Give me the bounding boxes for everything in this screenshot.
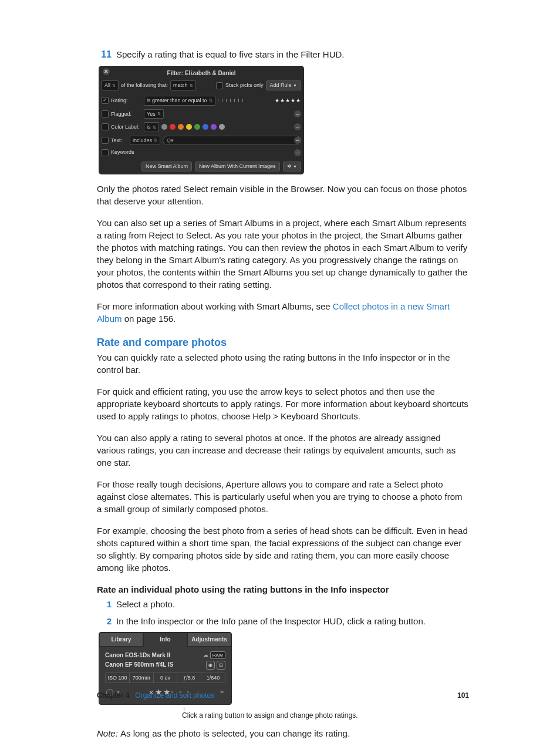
- flagged-rule-row: Flagged: Yes⇅ −: [102, 107, 301, 121]
- close-icon[interactable]: ✕: [103, 68, 110, 75]
- keywords-rule-row: Keywords −: [102, 147, 301, 158]
- rating-label: Rating:: [111, 97, 141, 105]
- hud-title: ✕ Filter: Elizabeth & Daniel: [102, 68, 301, 80]
- inspector-tabs: Library Info Adjustments: [99, 633, 231, 647]
- body-paragraph: For quick and efficient rating, you use …: [97, 385, 469, 422]
- color-dot-green[interactable]: [194, 124, 200, 130]
- rating-ticks: [218, 97, 247, 105]
- color-dot-blue[interactable]: [203, 124, 208, 130]
- callout-text: Click a rating button to assign and chan…: [182, 707, 469, 720]
- section-heading: Rate and compare photos: [97, 335, 469, 350]
- color-dot-orange[interactable]: [178, 124, 184, 130]
- body-paragraph: For those really tough decisions, Apertu…: [97, 478, 469, 515]
- flagged-checkbox[interactable]: [102, 110, 109, 117]
- hud-top-row: All⇅ of the following that: match⇅ Stack…: [102, 80, 301, 90]
- text-label: Text:: [111, 137, 127, 144]
- note-label: Note:: [97, 728, 120, 738]
- step-number: 11: [97, 48, 116, 61]
- rating-operator-select[interactable]: is greater than or equal to⇅: [144, 96, 215, 106]
- exif-shutter: 1/640: [201, 673, 225, 683]
- hud-of-label: of the following that:: [121, 82, 168, 89]
- footer-page-number: 101: [457, 691, 469, 701]
- colorlabel-checkbox[interactable]: [102, 123, 109, 130]
- colorlabel-label: Color Label:: [111, 123, 141, 131]
- audio-icon[interactable]: ⊟: [217, 661, 225, 670]
- subheading: Rate an individual photo using the ratin…: [97, 583, 469, 596]
- color-dot-red[interactable]: [170, 124, 176, 130]
- tab-adjustments[interactable]: Adjustments: [187, 633, 231, 647]
- remove-keywords-rule-icon[interactable]: −: [294, 149, 301, 156]
- new-smart-album-button[interactable]: New Smart Album: [141, 162, 192, 172]
- stack-picks-checkbox[interactable]: [216, 82, 223, 89]
- filter-hud: ✕ Filter: Elizabeth & Daniel All⇅ of the…: [99, 66, 304, 174]
- page-footer: Chapter 4 Organize and sort photos 101: [97, 691, 469, 701]
- step-text: In the Info inspector or the Info pane o…: [116, 615, 469, 627]
- step-1: 1 Select a photo.: [97, 598, 469, 610]
- tab-library[interactable]: Library: [99, 633, 143, 647]
- keywords-label: Keywords: [111, 149, 141, 156]
- raw-badge: RAW: [210, 651, 225, 659]
- body-paragraph: For example, choosing the best photo fro…: [97, 525, 469, 574]
- rating-rule-row: Rating: is greater than or equal to⇅ ★★★…: [102, 94, 301, 107]
- cloud-icon: ☁: [203, 651, 208, 659]
- footer-chapter: Chapter 4: [97, 691, 129, 701]
- body-paragraph: For more information about working with …: [97, 300, 469, 325]
- remove-flagged-rule-icon[interactable]: −: [294, 110, 301, 117]
- body-paragraph: Only the photos rated Select remain visi…: [97, 183, 469, 207]
- note-paragraph: Note: As long as the photo is selected, …: [97, 727, 469, 739]
- exif-focal-length: 700mm: [130, 673, 154, 683]
- text-operator-select[interactable]: includes⇅: [130, 136, 160, 146]
- exif-row: ISO 100 700mm 0 ev ƒ/5.6 1/640: [105, 673, 225, 684]
- hud-gear-menu[interactable]: ✲ ▼: [283, 162, 301, 172]
- step-number: 1: [97, 598, 116, 610]
- color-dot-gray[interactable]: [219, 124, 225, 130]
- rating-checkbox[interactable]: [102, 97, 109, 104]
- color-dot-yellow[interactable]: [186, 124, 192, 130]
- exif-aperture: ƒ/5.6: [177, 673, 201, 683]
- exif-ev: 0 ev: [154, 673, 178, 683]
- step-text: Specify a rating that is equal to five s…: [116, 48, 469, 61]
- step-text: Select a photo.: [116, 598, 469, 610]
- add-rule-button[interactable]: Add Rule ▼: [266, 80, 301, 90]
- hud-bottom-row: New Smart Album New Album With Current I…: [102, 158, 301, 172]
- match-scope-select[interactable]: All⇅: [102, 80, 119, 90]
- text-checkbox[interactable]: [102, 137, 109, 144]
- footer-chapter-title[interactable]: Organize and sort photos: [135, 691, 214, 701]
- color-dot-none[interactable]: [161, 124, 167, 130]
- text-rule-row: Text: includes⇅ Q▾ −: [102, 134, 301, 147]
- match-operator-select[interactable]: match⇅: [170, 80, 196, 90]
- new-album-current-images-button[interactable]: New Album With Current Images: [195, 162, 280, 172]
- keywords-checkbox[interactable]: [102, 149, 109, 156]
- rating-stars[interactable]: ★★★★★: [275, 97, 301, 105]
- color-dot-purple[interactable]: [211, 124, 217, 130]
- body-paragraph: You can also apply a rating to several p…: [97, 432, 469, 469]
- meter-icon[interactable]: ◉: [206, 661, 215, 670]
- flagged-label: Flagged:: [111, 110, 141, 118]
- colorlabel-operator-select[interactable]: is⇅: [144, 122, 159, 132]
- body-paragraph: You can quickly rate a selected photo us…: [97, 351, 469, 376]
- body-paragraph: You can also set up a series of Smart Al…: [97, 217, 469, 291]
- flagged-value-select[interactable]: Yes⇅: [144, 109, 164, 119]
- tab-info[interactable]: Info: [143, 633, 187, 647]
- remove-text-rule-icon[interactable]: −: [294, 137, 301, 144]
- remove-colorlabel-rule-icon[interactable]: −: [294, 123, 301, 130]
- exif-iso: ISO 100: [106, 673, 130, 683]
- colorlabel-rule-row: Color Label: is⇅ −: [102, 120, 301, 134]
- stack-picks-label: Stack picks only: [225, 82, 264, 89]
- text-search-input[interactable]: Q▾: [163, 136, 301, 146]
- step-11: 11 Specify a rating that is equal to fiv…: [97, 48, 469, 61]
- step-number: 2: [97, 615, 116, 627]
- step-2: 2 In the Info inspector or the Info pane…: [97, 615, 469, 627]
